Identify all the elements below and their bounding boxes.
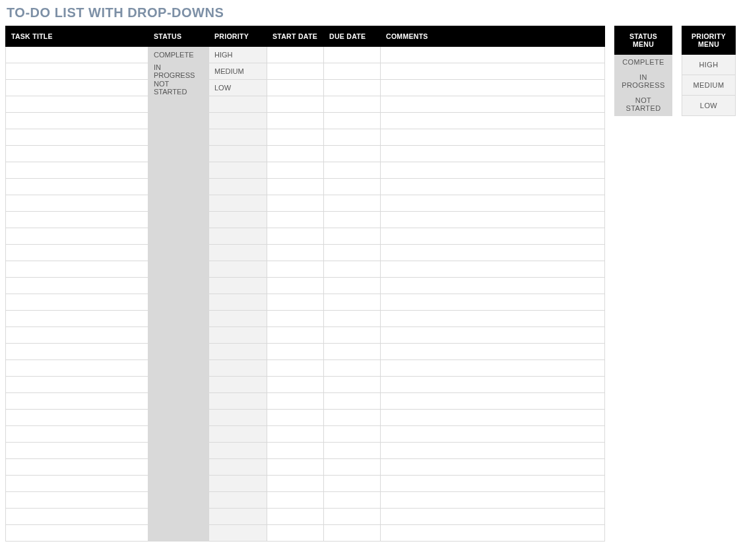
cell-task-title[interactable] bbox=[6, 195, 148, 212]
cell-status[interactable] bbox=[148, 195, 209, 212]
cell-due-date[interactable] bbox=[324, 212, 381, 228]
cell-status[interactable] bbox=[148, 278, 209, 294]
cell-comments[interactable] bbox=[381, 47, 605, 63]
cell-priority[interactable] bbox=[209, 377, 267, 393]
cell-priority[interactable]: LOW bbox=[209, 80, 267, 96]
cell-start-date[interactable] bbox=[267, 146, 324, 162]
cell-priority[interactable] bbox=[209, 113, 267, 129]
cell-task-title[interactable] bbox=[6, 294, 148, 311]
cell-priority[interactable] bbox=[209, 327, 267, 344]
cell-status[interactable] bbox=[148, 311, 209, 327]
cell-task-title[interactable] bbox=[6, 228, 148, 245]
cell-priority[interactable] bbox=[209, 212, 267, 228]
cell-comments[interactable] bbox=[381, 212, 605, 228]
cell-start-date[interactable] bbox=[267, 228, 324, 245]
cell-priority[interactable] bbox=[209, 443, 267, 459]
cell-priority[interactable] bbox=[209, 426, 267, 443]
cell-due-date[interactable] bbox=[324, 492, 381, 509]
cell-due-date[interactable] bbox=[324, 509, 381, 525]
cell-task-title[interactable] bbox=[6, 393, 148, 410]
cell-task-title[interactable] bbox=[6, 96, 148, 113]
cell-comments[interactable] bbox=[381, 113, 605, 129]
cell-task-title[interactable] bbox=[6, 476, 148, 492]
cell-priority[interactable] bbox=[209, 278, 267, 294]
cell-start-date[interactable] bbox=[267, 311, 324, 327]
cell-comments[interactable] bbox=[381, 393, 605, 410]
status-menu-option[interactable]: COMPLETE bbox=[615, 55, 672, 70]
cell-task-title[interactable] bbox=[6, 426, 148, 443]
status-menu-option[interactable]: NOT STARTED bbox=[615, 93, 672, 116]
cell-start-date[interactable] bbox=[267, 179, 324, 195]
cell-task-title[interactable] bbox=[6, 377, 148, 393]
cell-due-date[interactable] bbox=[324, 360, 381, 377]
cell-status[interactable] bbox=[148, 179, 209, 195]
cell-status[interactable] bbox=[148, 344, 209, 360]
cell-start-date[interactable] bbox=[267, 525, 324, 542]
cell-status[interactable] bbox=[148, 410, 209, 426]
cell-due-date[interactable] bbox=[324, 146, 381, 162]
cell-priority[interactable] bbox=[209, 492, 267, 509]
cell-status[interactable] bbox=[148, 443, 209, 459]
cell-priority[interactable]: HIGH bbox=[209, 47, 267, 63]
cell-comments[interactable] bbox=[381, 492, 605, 509]
cell-comments[interactable] bbox=[381, 311, 605, 327]
cell-status[interactable]: COMPLETE bbox=[148, 47, 209, 63]
cell-due-date[interactable] bbox=[324, 129, 381, 146]
cell-priority[interactable] bbox=[209, 476, 267, 492]
cell-comments[interactable] bbox=[381, 245, 605, 261]
cell-start-date[interactable] bbox=[267, 327, 324, 344]
cell-start-date[interactable] bbox=[267, 212, 324, 228]
cell-task-title[interactable] bbox=[6, 63, 148, 80]
cell-start-date[interactable] bbox=[267, 377, 324, 393]
cell-status[interactable] bbox=[148, 426, 209, 443]
cell-start-date[interactable] bbox=[267, 476, 324, 492]
cell-priority[interactable]: MEDIUM bbox=[209, 63, 267, 80]
cell-start-date[interactable] bbox=[267, 47, 324, 63]
cell-status[interactable] bbox=[148, 377, 209, 393]
cell-priority[interactable] bbox=[209, 459, 267, 476]
cell-start-date[interactable] bbox=[267, 96, 324, 113]
cell-comments[interactable] bbox=[381, 410, 605, 426]
cell-task-title[interactable] bbox=[6, 360, 148, 377]
cell-status[interactable] bbox=[148, 459, 209, 476]
cell-task-title[interactable] bbox=[6, 179, 148, 195]
cell-due-date[interactable] bbox=[324, 195, 381, 212]
cell-task-title[interactable] bbox=[6, 410, 148, 426]
cell-due-date[interactable] bbox=[324, 294, 381, 311]
cell-task-title[interactable] bbox=[6, 278, 148, 294]
cell-priority[interactable] bbox=[209, 162, 267, 179]
cell-start-date[interactable] bbox=[267, 443, 324, 459]
priority-menu-option[interactable]: HIGH bbox=[682, 55, 736, 75]
cell-task-title[interactable] bbox=[6, 311, 148, 327]
cell-due-date[interactable] bbox=[324, 311, 381, 327]
cell-task-title[interactable] bbox=[6, 212, 148, 228]
cell-comments[interactable] bbox=[381, 443, 605, 459]
cell-task-title[interactable] bbox=[6, 525, 148, 542]
cell-due-date[interactable] bbox=[324, 426, 381, 443]
cell-comments[interactable] bbox=[381, 278, 605, 294]
cell-due-date[interactable] bbox=[324, 80, 381, 96]
cell-status[interactable] bbox=[148, 245, 209, 261]
cell-due-date[interactable] bbox=[324, 47, 381, 63]
cell-priority[interactable] bbox=[209, 509, 267, 525]
cell-due-date[interactable] bbox=[324, 327, 381, 344]
cell-comments[interactable] bbox=[381, 129, 605, 146]
cell-task-title[interactable] bbox=[6, 245, 148, 261]
cell-due-date[interactable] bbox=[324, 459, 381, 476]
cell-priority[interactable] bbox=[209, 393, 267, 410]
cell-task-title[interactable] bbox=[6, 344, 148, 360]
cell-status[interactable] bbox=[148, 492, 209, 509]
cell-start-date[interactable] bbox=[267, 63, 324, 80]
cell-due-date[interactable] bbox=[324, 228, 381, 245]
cell-start-date[interactable] bbox=[267, 294, 324, 311]
cell-priority[interactable] bbox=[209, 410, 267, 426]
cell-task-title[interactable] bbox=[6, 146, 148, 162]
cell-task-title[interactable] bbox=[6, 113, 148, 129]
cell-task-title[interactable] bbox=[6, 261, 148, 278]
cell-status[interactable] bbox=[148, 228, 209, 245]
cell-due-date[interactable] bbox=[324, 443, 381, 459]
cell-status[interactable] bbox=[148, 294, 209, 311]
cell-priority[interactable] bbox=[209, 261, 267, 278]
cell-task-title[interactable] bbox=[6, 47, 148, 63]
cell-status[interactable] bbox=[148, 393, 209, 410]
